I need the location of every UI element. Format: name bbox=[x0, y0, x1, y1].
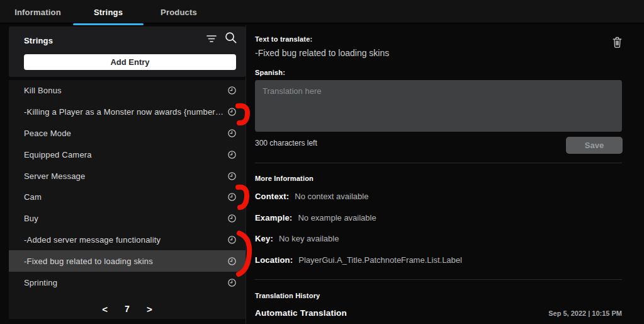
tab[interactable]: Strings bbox=[73, 0, 144, 24]
save-button[interactable]: Save bbox=[566, 137, 623, 154]
translation-history-heading: Translation History bbox=[255, 292, 320, 299]
pagination: < 7 > bbox=[9, 303, 246, 316]
info-row-value: No example available bbox=[298, 213, 376, 223]
info-row-value: PlayerGui.A_Title.PatchnoteFrame.List.La… bbox=[298, 255, 462, 265]
info-row: Key:No key available bbox=[255, 234, 462, 244]
more-information-heading: More Information bbox=[255, 175, 314, 182]
translator-portal-page: Information Strings Products Strings Add… bbox=[0, 0, 644, 324]
strings-header-card: Strings Add Entry bbox=[9, 26, 246, 77]
info-row-label: Location: bbox=[255, 255, 293, 265]
tab[interactable]: Products bbox=[144, 0, 214, 24]
top-tab-bar: Information Strings Products bbox=[0, 0, 644, 24]
filter-icon[interactable] bbox=[205, 33, 218, 43]
string-list-item[interactable]: -Killing a Player as a Monster now award… bbox=[9, 101, 246, 123]
string-list-item-label: Buy bbox=[24, 214, 38, 223]
string-list-item[interactable]: -Fixed bug related to loading skins bbox=[9, 250, 246, 272]
clock-icon bbox=[227, 235, 237, 245]
translation-input[interactable] bbox=[255, 80, 622, 132]
info-row-label: Key: bbox=[255, 234, 273, 243]
clock-icon bbox=[227, 257, 237, 266]
section-divider bbox=[255, 279, 622, 280]
string-list-item[interactable]: Server Message bbox=[9, 165, 246, 187]
string-list-item-label: Cam bbox=[24, 192, 42, 202]
history-entry-date: Sep 5, 2022 | 10:15 PM bbox=[548, 310, 622, 317]
string-list-item-label: Kill Bonus bbox=[24, 86, 62, 95]
clock-icon bbox=[227, 278, 237, 287]
string-list-item-label: -Fixed bug related to loading skins bbox=[24, 257, 153, 266]
history-entry-title: Automatic Translation bbox=[255, 308, 347, 318]
text-to-translate-value: -Fixed bug related to loading skins bbox=[255, 48, 389, 58]
current-page-number: 7 bbox=[125, 304, 130, 314]
string-list-item-label: Sprinting bbox=[24, 278, 57, 287]
active-tab-underline bbox=[73, 23, 144, 25]
trash-icon[interactable] bbox=[612, 36, 623, 49]
tab-label: Strings bbox=[94, 8, 123, 17]
string-list-item[interactable]: Equipped Camera bbox=[9, 144, 246, 165]
info-row-value: No context available bbox=[295, 192, 368, 201]
strings-list: Kill Bonus -Killing a Player as a Monste… bbox=[9, 80, 246, 319]
prev-page-button[interactable]: < bbox=[99, 303, 110, 316]
tab-label: Products bbox=[161, 8, 197, 17]
more-information-rows: Context:No context available Example:No … bbox=[255, 192, 462, 276]
string-list-item[interactable]: Peace Mode bbox=[9, 123, 246, 144]
characters-left-text: 300 characters left bbox=[255, 139, 317, 148]
add-entry-button[interactable]: Add Entry bbox=[24, 54, 236, 70]
info-row: Context:No context available bbox=[255, 192, 462, 202]
string-list-item[interactable]: Kill Bonus bbox=[9, 80, 246, 101]
section-divider bbox=[255, 163, 622, 163]
string-list-item-label: -Killing a Player as a Monster now award… bbox=[24, 107, 223, 117]
clock-icon bbox=[227, 107, 237, 117]
clock-icon bbox=[227, 171, 237, 181]
panel-divider bbox=[246, 25, 246, 324]
info-row: Location:PlayerGui.A_Title.PatchnoteFram… bbox=[255, 255, 462, 265]
info-row: Example:No example available bbox=[255, 213, 462, 223]
string-list-item[interactable]: -Added server message functionality bbox=[9, 229, 246, 251]
tab-label: Information bbox=[14, 8, 61, 17]
tab[interactable]: Information bbox=[3, 0, 73, 24]
info-row-value: No key available bbox=[279, 234, 339, 243]
string-list-item-label: Server Message bbox=[24, 171, 85, 181]
string-list-item[interactable]: Buy bbox=[9, 208, 246, 229]
string-list-item-label: Peace Mode bbox=[24, 129, 71, 138]
language-label: Spanish: bbox=[255, 69, 285, 76]
search-icon[interactable] bbox=[223, 30, 238, 45]
string-list-item[interactable]: Sprinting bbox=[9, 272, 246, 293]
info-row-label: Example: bbox=[255, 213, 292, 223]
translation-detail-panel: Text to translate: -Fixed bug related to… bbox=[255, 25, 622, 324]
string-list-item[interactable]: Cam bbox=[9, 187, 246, 208]
clock-icon bbox=[227, 129, 237, 138]
clock-icon bbox=[227, 86, 237, 95]
info-row-label: Context: bbox=[255, 192, 289, 201]
text-to-translate-label: Text to translate: bbox=[255, 35, 312, 43]
strings-panel-title: Strings bbox=[24, 36, 53, 45]
clock-icon bbox=[227, 150, 237, 159]
clock-icon bbox=[227, 214, 237, 223]
next-page-button[interactable]: > bbox=[144, 303, 155, 316]
clock-icon bbox=[227, 192, 237, 202]
history-entry: Automatic Translation Sep 5, 2022 | 10:1… bbox=[255, 308, 622, 318]
string-list-item-label: -Added server message functionality bbox=[24, 235, 161, 245]
string-list-item-label: Equipped Camera bbox=[24, 150, 92, 159]
